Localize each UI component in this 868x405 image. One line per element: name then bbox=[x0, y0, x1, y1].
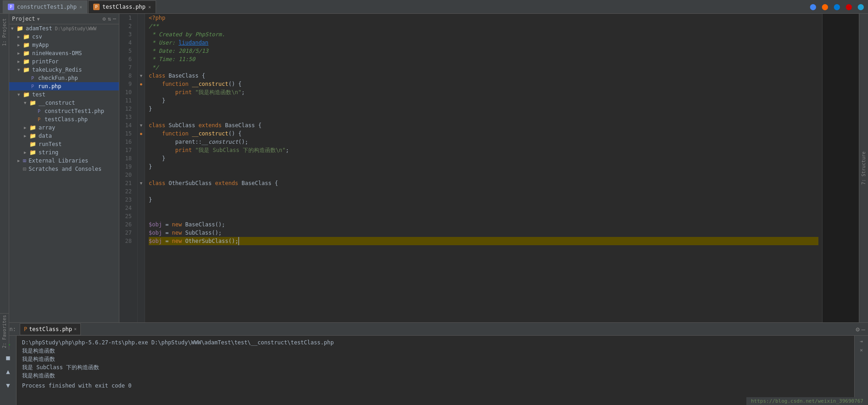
run-out-1: 我是构造函数 bbox=[22, 347, 849, 355]
line-15: function __construct() { bbox=[149, 129, 818, 138]
run-stop-button[interactable]: ■ bbox=[3, 352, 14, 363]
tree-sort-icon[interactable]: ⇅ bbox=[108, 16, 111, 22]
run-scroll-up-button[interactable]: ▲ bbox=[3, 366, 14, 377]
external-arrow: ▶ bbox=[17, 158, 22, 163]
ln-7: 7 bbox=[123, 63, 134, 72]
runtest-folder: 📁 bbox=[29, 141, 36, 147]
myapp-folder: 📁 bbox=[23, 42, 30, 48]
tree-constructtest1[interactable]: P constructTest1.php bbox=[9, 107, 119, 115]
run-tab-icons: ⚙ — bbox=[856, 326, 865, 333]
ln-3: 3 bbox=[123, 30, 134, 39]
g21: ▼ bbox=[138, 179, 145, 187]
runphp-icon: P bbox=[29, 84, 36, 89]
ln-19: 19 bbox=[123, 163, 134, 171]
tree-testclassfile[interactable]: P testClass.php bbox=[9, 115, 119, 124]
tree-gear-icon[interactable]: ⚙ bbox=[102, 16, 106, 22]
run-scroll-down-button[interactable]: ▼ bbox=[3, 380, 14, 391]
code-lines[interactable]: <?php /** * Created by PhpStorm. * User:… bbox=[145, 14, 822, 322]
run-settings-icon[interactable]: ⚙ bbox=[856, 326, 859, 333]
tree-checkfun[interactable]: P checkFun.php bbox=[9, 74, 119, 82]
ln-26: 26 bbox=[123, 220, 134, 229]
runphp-label: run.php bbox=[38, 83, 62, 90]
tree-string[interactable]: ▶ 📁 string bbox=[9, 148, 119, 157]
tab-close-testclass[interactable]: × bbox=[148, 5, 151, 10]
line-4: * User: liudandan bbox=[149, 39, 818, 47]
tree-nineheavens[interactable]: ▶ 📁 nineHeavens-DMS bbox=[9, 49, 119, 57]
g20 bbox=[138, 171, 145, 179]
structure-vertical-label[interactable]: 7: Structure bbox=[861, 152, 866, 185]
line-1: <?php bbox=[149, 14, 818, 22]
gutter: ▼ ● ▼ ● ▼ bbox=[138, 14, 145, 322]
ln-11: 11 bbox=[123, 96, 134, 105]
tree-myapp[interactable]: ▶ 📁 myApp bbox=[9, 41, 119, 49]
line-20 bbox=[149, 171, 818, 179]
run-clear-icon[interactable]: ✕ bbox=[860, 347, 863, 353]
g5 bbox=[138, 47, 145, 55]
tree-more-icon[interactable]: ⋯ bbox=[113, 16, 116, 22]
root-folder-icon: 📁 bbox=[17, 25, 23, 32]
g12 bbox=[138, 105, 145, 113]
tree-root[interactable]: ▼ 📁 adamTest D:\phpStudy\WWW bbox=[9, 24, 119, 33]
code-editor[interactable]: 1 2 3 4 5 6 7 8 9 10 11 12 13 14 15 16 1… bbox=[119, 14, 822, 322]
tree-data[interactable]: ▶ 📁 data bbox=[9, 132, 119, 140]
root-label: adamTest bbox=[26, 25, 52, 32]
root-path: D:\phpStudy\WWW bbox=[55, 26, 96, 31]
tree-array[interactable]: ▶ 📁 array bbox=[9, 124, 119, 132]
sidebar-label-left: 1: Project bbox=[0, 14, 9, 322]
run-wrap-icon[interactable]: ⇥ bbox=[860, 338, 863, 344]
top-bar: P constructTest1.php × P testClass.php ×… bbox=[0, 0, 868, 14]
g1 bbox=[138, 14, 145, 22]
external-label: External Libraries bbox=[28, 158, 88, 164]
firefox-icon[interactable]: ⬤ bbox=[820, 2, 829, 11]
string-arrow: ▶ bbox=[24, 150, 28, 155]
myapp-label: myApp bbox=[32, 42, 49, 48]
g7 bbox=[138, 63, 145, 72]
g25 bbox=[138, 212, 145, 220]
line-8: class BaseClass { bbox=[149, 72, 818, 80]
project-vertical-label[interactable]: 1: Project bbox=[2, 18, 7, 46]
run-tab-close[interactable]: × bbox=[74, 326, 77, 332]
run-tab-testclass[interactable]: P testClass.php × bbox=[20, 323, 81, 335]
safari-icon[interactable]: ⬤ bbox=[856, 2, 865, 11]
tree-external[interactable]: ▶ ⊞ External Libraries bbox=[9, 157, 119, 165]
ln-20: 20 bbox=[123, 171, 134, 179]
tree-printfor[interactable]: ▶ 📁 printFor bbox=[9, 57, 119, 66]
tree-csv[interactable]: ▶ 📁 csv bbox=[9, 33, 119, 41]
takelucky-folder: 📁 bbox=[23, 67, 30, 73]
construct-arrow: ▼ bbox=[24, 101, 28, 105]
tab-testclass[interactable]: P testClass.php × bbox=[88, 0, 156, 13]
tab-close-construct[interactable]: × bbox=[79, 5, 82, 10]
tree-construct[interactable]: ▼ 📁 __construct bbox=[9, 99, 119, 107]
construct-label: __construct bbox=[39, 100, 75, 106]
nineheavens-folder: 📁 bbox=[23, 50, 30, 56]
run-hide-icon[interactable]: — bbox=[862, 326, 865, 333]
g19 bbox=[138, 163, 145, 171]
ln-8: 8 bbox=[123, 72, 134, 80]
ln-16: 16 bbox=[123, 138, 134, 146]
tree-scratches[interactable]: ⊡ Scratches and Consoles bbox=[9, 165, 119, 173]
line-18: } bbox=[149, 154, 818, 163]
tree-test[interactable]: ▼ 📁 test bbox=[9, 90, 119, 99]
string-folder: 📁 bbox=[29, 149, 36, 156]
tree-takelucky[interactable]: ▼ 📁 takeLucky_Redis bbox=[9, 66, 119, 74]
ln-17: 17 bbox=[123, 146, 134, 154]
line-11: } bbox=[149, 96, 818, 105]
g26 bbox=[138, 220, 145, 229]
tree-runphp[interactable]: P run.php bbox=[9, 82, 119, 90]
edge-icon[interactable]: ⬤ bbox=[832, 2, 841, 11]
array-folder: 📁 bbox=[29, 124, 36, 131]
ln-21: 21 bbox=[123, 179, 134, 187]
tree-runtest[interactable]: 📁 runTest bbox=[9, 140, 119, 148]
favorites-vertical-label[interactable]: 2: Favorites bbox=[2, 315, 7, 348]
tab-construct[interactable]: P constructTest1.php × bbox=[3, 0, 87, 13]
ie-icon[interactable]: ⬤ bbox=[844, 2, 853, 11]
tab-icon-testclass: P bbox=[93, 4, 100, 10]
run-tab-label: testClass.php bbox=[29, 326, 72, 332]
project-label: Project bbox=[12, 16, 35, 22]
nineheavens-arrow: ▶ bbox=[17, 51, 22, 56]
ln-6: 6 bbox=[123, 55, 134, 63]
g10 bbox=[138, 88, 145, 96]
chrome-icon[interactable]: ⬤ bbox=[808, 2, 818, 11]
array-arrow: ▶ bbox=[24, 125, 28, 130]
run-tab-icon: P bbox=[24, 326, 27, 332]
